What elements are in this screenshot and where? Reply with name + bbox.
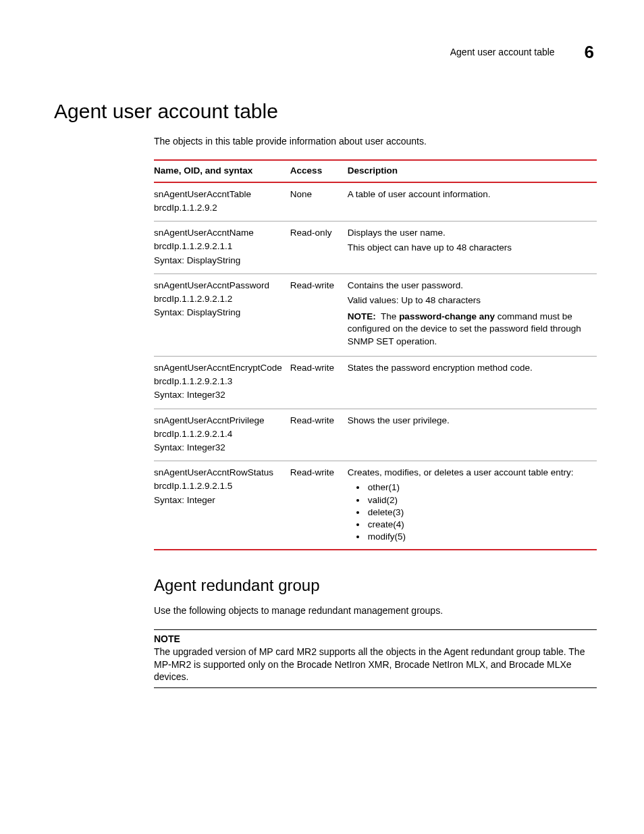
section-title: Agent user account table (54, 98, 597, 126)
access-cell: Read-only (290, 221, 348, 274)
table-header-row: Name, OID, and syntax Access Description (154, 160, 597, 182)
mib-table: Name, OID, and syntax Access Description… (154, 159, 597, 550)
note-body: The upgraded version of MP card MR2 supp… (154, 646, 597, 684)
header-title: Agent user account table (450, 46, 555, 59)
oid-path: brcdIp.1.1.2.9.2.1.3 (154, 375, 282, 388)
table-row: snAgentUserAccntTable brcdIp.1.1.2.9.2 N… (154, 182, 597, 221)
oid-syntax: Syntax: DisplayString (154, 255, 282, 267)
table-row: snAgentUserAccntPrivilege brcdIp.1.1.2.9… (154, 409, 597, 461)
oid-syntax: Syntax: Integer (154, 494, 282, 506)
desc-text: Contains the user password. (348, 280, 589, 292)
oid-path: brcdIp.1.1.2.9.2.1.1 (154, 240, 282, 253)
oid-name: snAgentUserAccntEncryptCode (154, 362, 282, 374)
row-status-list: other(1) valid(2) delete(3) create(4) mo… (348, 481, 589, 543)
access-cell: Read-write (290, 461, 348, 550)
table-row: snAgentUserAccntRowStatus brcdIp.1.1.2.9… (154, 461, 597, 550)
access-cell: Read-write (290, 273, 348, 356)
oid-path: brcdIp.1.1.2.9.2 (154, 202, 282, 214)
note-bold: password-change any (399, 311, 495, 321)
oid-name: snAgentUserAccntTable (154, 188, 282, 201)
chapter-number: 6 (585, 41, 594, 64)
running-header: Agent user account table 6 (54, 41, 597, 64)
access-cell: Read-write (290, 356, 348, 409)
note-label: NOTE (154, 633, 597, 646)
th-description: Description (348, 160, 597, 182)
oid-name: snAgentUserAccntPrivilege (154, 415, 282, 427)
section-intro: The objects in this table provide inform… (154, 135, 597, 148)
oid-name: snAgentUserAccntPassword (154, 280, 282, 292)
oid-path: brcdIp.1.1.2.9.2.1.2 (154, 293, 282, 305)
desc-text: Displays the user name. (348, 227, 589, 239)
oid-path: brcdIp.1.1.2.9.2.1.5 (154, 480, 282, 492)
oid-name: snAgentUserAccntName (154, 227, 282, 239)
table-row: snAgentUserAccntEncryptCode brcdIp.1.1.2… (154, 356, 597, 409)
th-access: Access (290, 160, 348, 182)
note-block: NOTE The upgraded version of MP card MR2… (154, 629, 597, 689)
subsection-intro: Use the following objects to manage redu… (154, 604, 597, 617)
list-item: modify(5) (367, 531, 589, 543)
note-text: The (381, 311, 399, 321)
desc-text: Shows the user privilege. (348, 415, 589, 427)
th-name: Name, OID, and syntax (154, 160, 290, 182)
oid-name: snAgentUserAccntRowStatus (154, 467, 282, 479)
subsection-title: Agent redundant group (154, 575, 597, 596)
oid-syntax: Syntax: DisplayString (154, 307, 282, 319)
list-item: valid(2) (367, 494, 589, 506)
list-item: create(4) (367, 519, 589, 531)
table-row: snAgentUserAccntName brcdIp.1.1.2.9.2.1.… (154, 221, 597, 274)
desc-text: This object can have up to 48 characters (348, 242, 589, 254)
access-cell: Read-write (290, 409, 348, 461)
desc-text: Valid values: Up to 48 characters (348, 294, 589, 307)
desc-text: A table of user account information. (348, 188, 589, 201)
oid-path: brcdIp.1.1.2.9.2.1.4 (154, 428, 282, 440)
list-item: delete(3) (367, 506, 589, 519)
list-item: other(1) (367, 481, 589, 494)
note-label: NOTE: (348, 311, 376, 321)
access-cell: None (290, 182, 348, 221)
oid-syntax: Syntax: Integer32 (154, 389, 282, 401)
table-row: snAgentUserAccntPassword brcdIp.1.1.2.9.… (154, 273, 597, 356)
oid-syntax: Syntax: Integer32 (154, 442, 282, 454)
desc-text: Creates, modifies, or deletes a user acc… (348, 467, 589, 479)
desc-text: States the password encryption method co… (348, 362, 589, 374)
